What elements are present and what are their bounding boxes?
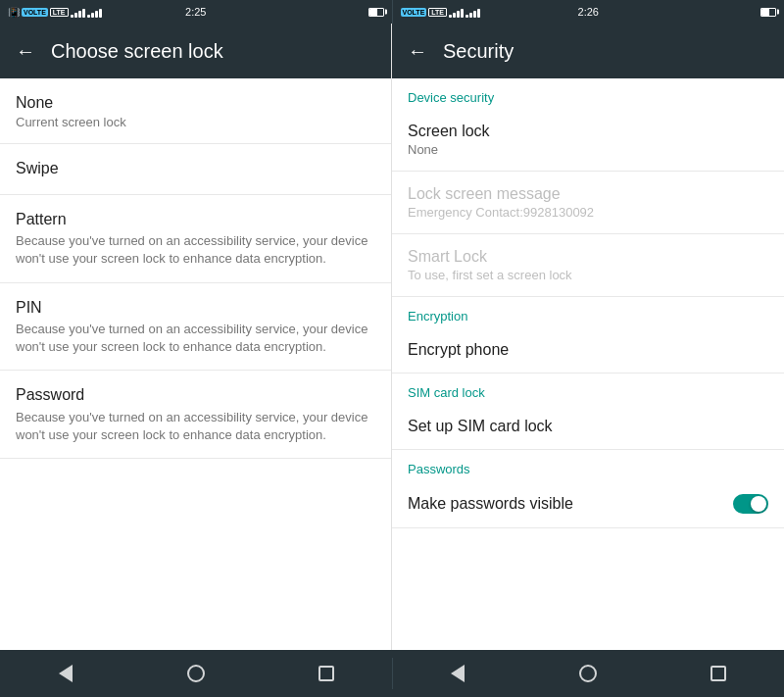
home-icon	[187, 665, 205, 682]
right-panel: ← Security Device security Screen lock N…	[392, 24, 784, 650]
left-app-bar: ← Choose screen lock	[0, 24, 391, 78]
battery-icon-right	[760, 8, 776, 17]
encrypt-phone-text: Encrypt phone	[408, 341, 509, 359]
bottom-nav-container	[0, 650, 784, 697]
signal-bar	[461, 9, 464, 18]
signal-bar	[74, 13, 77, 18]
right-back-nav-button[interactable]	[434, 650, 481, 697]
lock-option-swipe-title: Swipe	[16, 158, 375, 179]
recents-icon	[318, 666, 334, 681]
signal-bars-2	[87, 6, 102, 18]
signal-bar	[457, 11, 460, 18]
status-bars: 📳 VOLTE LTE 2:25 VOLTE	[0, 0, 784, 24]
lock-screen-message-title: Lock screen message	[408, 185, 594, 203]
left-home-nav-button[interactable]	[172, 650, 220, 697]
lock-option-swipe[interactable]: Swipe	[0, 144, 391, 194]
lock-option-password[interactable]: Password Because you've turned on an acc…	[0, 371, 391, 459]
signal-bar	[453, 13, 456, 18]
battery-icon-left	[368, 8, 384, 17]
right-status-bar: VOLTE LTE 2:26	[393, 0, 785, 24]
left-back-button[interactable]: ←	[16, 40, 35, 63]
lock-option-pin-title: PIN	[16, 297, 375, 319]
battery-fill-right	[761, 9, 769, 16]
lock-option-pattern-subtitle: Because you've turned on an accessibilit…	[16, 232, 375, 268]
signal-bars-1	[71, 6, 85, 18]
right-bottom-nav	[393, 650, 785, 697]
left-content-scroll[interactable]: None Current screen lock Swipe Pattern B…	[0, 78, 391, 650]
volte-badge-right: VOLTE	[401, 8, 427, 17]
left-status-time: 2:25	[185, 6, 206, 18]
recents-icon-right	[710, 666, 726, 681]
signal-bar	[449, 15, 452, 18]
signal-bar	[99, 9, 102, 18]
signal-bar	[469, 13, 472, 18]
signal-bar	[473, 11, 476, 18]
lock-screen-message-text: Lock screen message Emergency Contact:99…	[408, 185, 594, 220]
left-panel: ← Choose screen lock None Current screen…	[0, 24, 392, 650]
lock-option-password-subtitle: Because you've turned on an accessibilit…	[16, 409, 375, 444]
main-content: ← Choose screen lock None Current screen…	[0, 24, 784, 650]
left-bottom-nav	[0, 650, 392, 697]
right-status-icons-right	[760, 8, 776, 17]
signal-bar	[477, 9, 480, 18]
right-panel-title: Security	[443, 40, 514, 63]
back-icon-right	[451, 665, 465, 682]
left-back-nav-button[interactable]	[42, 650, 89, 697]
left-recents-nav-button[interactable]	[303, 650, 350, 697]
lte-badge-left: LTE	[50, 8, 69, 17]
encrypt-phone-item[interactable]: Encrypt phone	[392, 327, 784, 373]
left-panel-title: Choose screen lock	[51, 40, 223, 63]
battery-fill	[369, 9, 377, 16]
sim-card-lock-title: Set up SIM card lock	[408, 418, 553, 435]
right-recents-nav-button[interactable]	[695, 650, 742, 697]
smart-lock-subtitle: To use, first set a screen lock	[408, 268, 572, 282]
screen-lock-text: Screen lock None	[408, 123, 490, 157]
signal-bar	[87, 15, 90, 18]
right-content-scroll[interactable]: Device security Screen lock None Lock sc…	[392, 78, 784, 650]
lock-screen-message-item[interactable]: Lock screen message Emergency Contact:99…	[392, 172, 784, 234]
signal-bars-4	[466, 6, 480, 18]
lock-screen-message-subtitle: Emergency Contact:9928130092	[408, 205, 594, 220]
lock-option-pin[interactable]: PIN Because you've turned on an accessib…	[0, 283, 391, 372]
left-status-icons-left: 📳 VOLTE LTE	[8, 6, 102, 18]
encrypt-phone-title: Encrypt phone	[408, 341, 509, 359]
screen-lock-subtitle: None	[408, 142, 490, 157]
home-icon-right	[579, 665, 597, 682]
right-app-bar: ← Security	[392, 24, 784, 78]
lte-badge-right: LTE	[428, 8, 447, 17]
screen-lock-item[interactable]: Screen lock None	[392, 109, 784, 172]
signal-bar	[82, 9, 85, 18]
sim-card-lock-header: SIM card lock	[392, 373, 784, 404]
back-icon	[59, 665, 73, 682]
signal-bar	[71, 15, 74, 18]
sim-card-lock-item[interactable]: Set up SIM card lock	[392, 404, 784, 450]
make-passwords-visible-title: Make passwords visible	[408, 495, 573, 513]
make-passwords-visible-text: Make passwords visible	[408, 495, 573, 513]
left-status-icons-right	[368, 8, 384, 17]
lock-option-none-title: None	[16, 92, 375, 114]
lock-option-none-subtitle: Current screen lock	[16, 115, 375, 129]
right-back-button[interactable]: ←	[408, 40, 427, 63]
screen-lock-title: Screen lock	[408, 123, 490, 140]
make-passwords-visible-toggle[interactable]	[733, 494, 768, 514]
signal-bar	[95, 11, 98, 18]
left-status-bar: 📳 VOLTE LTE 2:25	[0, 0, 393, 24]
smart-lock-item[interactable]: Smart Lock To use, first set a screen lo…	[392, 234, 784, 297]
lock-option-password-title: Password	[16, 384, 375, 406]
signal-bars-3	[449, 6, 464, 18]
right-home-nav-button[interactable]	[564, 650, 612, 697]
lock-option-pin-subtitle: Because you've turned on an accessibilit…	[16, 321, 375, 356]
sim-card-lock-text: Set up SIM card lock	[408, 418, 553, 435]
lock-option-none[interactable]: None Current screen lock	[0, 78, 391, 144]
right-status-icons-left: VOLTE LTE	[401, 6, 481, 18]
encryption-header: Encryption	[392, 297, 784, 327]
device-security-header: Device security	[392, 78, 784, 109]
lock-option-pattern-title: Pattern	[16, 209, 375, 230]
signal-bar	[91, 13, 94, 18]
right-status-time: 2:26	[578, 6, 599, 18]
vibrate-icon: 📳	[8, 7, 20, 18]
lock-option-pattern[interactable]: Pattern Because you've turned on an acce…	[0, 195, 391, 283]
passwords-header: Passwords	[392, 450, 784, 480]
make-passwords-visible-item[interactable]: Make passwords visible	[392, 480, 784, 528]
signal-bar	[466, 15, 468, 18]
